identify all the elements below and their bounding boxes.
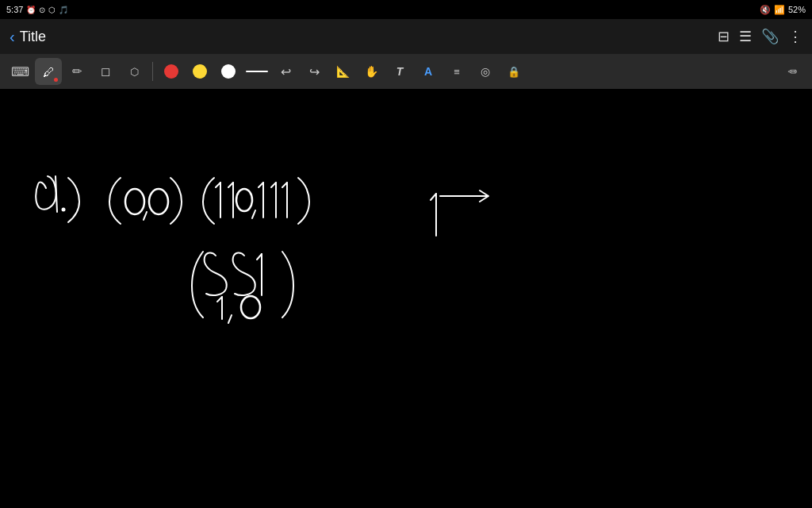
more-options-icon[interactable]: ⋮ <box>788 28 802 45</box>
lock-icon: 🔒 <box>508 66 520 78</box>
eraser-icon: ◻ <box>101 64 110 79</box>
ruler-icon: 📐 <box>336 65 350 78</box>
dnd-icon: 🎵 <box>59 6 68 14</box>
svg-point-3 <box>236 189 252 211</box>
text-icon: T <box>396 65 404 78</box>
pen-tip-icon: ✏ <box>787 65 797 78</box>
status-time: 5:37 <box>6 5 23 14</box>
nav-right: ⊟ ☰ 📎 ⋮ <box>718 28 802 45</box>
toolbar: ⌨ 🖊 ✏ ◻ ⬡ ↩ ↪ 📐 ✋ <box>0 54 812 89</box>
pencil-icon: ✏ <box>72 64 82 79</box>
mute-icon: 🔇 <box>760 5 771 15</box>
panels-icon[interactable]: ⊟ <box>718 28 730 45</box>
page-title: Title <box>20 29 46 45</box>
cast-icon: ⬡ <box>48 6 56 14</box>
paperclip-icon[interactable]: 📎 <box>761 28 779 45</box>
pen-icon: 🖊 <box>43 65 55 79</box>
color-red-dot <box>164 64 178 79</box>
keyboard-tool[interactable]: ⌨ <box>6 58 33 85</box>
svg-point-2 <box>149 189 168 214</box>
type-a-icon: A <box>424 65 432 78</box>
redo-button[interactable]: ↪ <box>301 58 327 85</box>
alarm-icon: ⏰ <box>26 6 36 14</box>
hand-button[interactable]: ✋ <box>358 58 385 85</box>
separator-1 <box>152 62 153 81</box>
nav-bar: ‹ Title ⊟ ☰ 📎 ⋮ <box>0 19 812 54</box>
svg-point-4 <box>241 296 260 318</box>
lasso-tool[interactable]: ⬡ <box>121 58 147 85</box>
pencil-tool[interactable]: ✏ <box>63 58 90 85</box>
handwriting-canvas <box>0 89 812 508</box>
status-right: 🔇 📶 52% <box>760 5 806 15</box>
pen-tool[interactable]: 🖊 <box>35 58 62 85</box>
undo-icon: ↩ <box>281 64 291 79</box>
stroke-line-indicator <box>246 71 268 72</box>
lock-button[interactable]: 🔒 <box>500 58 527 85</box>
pen-tip-button[interactable]: ✏ <box>779 58 806 85</box>
svg-point-1 <box>125 189 144 214</box>
hand-icon: ✋ <box>365 65 378 78</box>
svg-point-0 <box>62 208 66 212</box>
color-red-button[interactable] <box>158 58 185 85</box>
color-white-dot <box>221 64 236 79</box>
battery-percentage: 52% <box>788 5 806 14</box>
format-icon: ≡ <box>454 66 460 78</box>
text-tool[interactable]: T <box>386 58 413 85</box>
fill-button[interactable]: ◎ <box>472 58 499 85</box>
status-left: 5:37 ⏰ ⊙ ⬡ 🎵 <box>6 5 68 14</box>
back-button[interactable]: ‹ <box>10 28 15 46</box>
eraser-tool[interactable]: ◻ <box>92 58 119 85</box>
fill-icon: ◎ <box>481 65 490 78</box>
undo-button[interactable]: ↩ <box>272 58 299 85</box>
type-a-tool[interactable]: A <box>415 58 442 85</box>
lasso-icon: ⬡ <box>130 66 139 78</box>
color-yellow-dot <box>193 64 207 79</box>
redo-icon: ↪ <box>309 64 320 79</box>
stroke-thickness-button[interactable] <box>243 58 270 85</box>
keyboard-icon: ⌨ <box>11 64 29 79</box>
ruler-button[interactable]: 📐 <box>329 58 356 85</box>
color-white-button[interactable] <box>215 58 242 85</box>
canvas[interactable] <box>0 89 812 508</box>
screen-record-icon: ⊙ <box>39 6 45 14</box>
pen-color-indicator <box>54 78 58 82</box>
list-icon[interactable]: ☰ <box>739 28 752 45</box>
nav-left: ‹ Title <box>10 28 46 46</box>
status-bar: 5:37 ⏰ ⊙ ⬡ 🎵 🔇 📶 52% <box>0 0 812 19</box>
wifi-icon: 📶 <box>774 5 785 15</box>
color-yellow-button[interactable] <box>186 58 213 85</box>
format-button[interactable]: ≡ <box>443 58 470 85</box>
